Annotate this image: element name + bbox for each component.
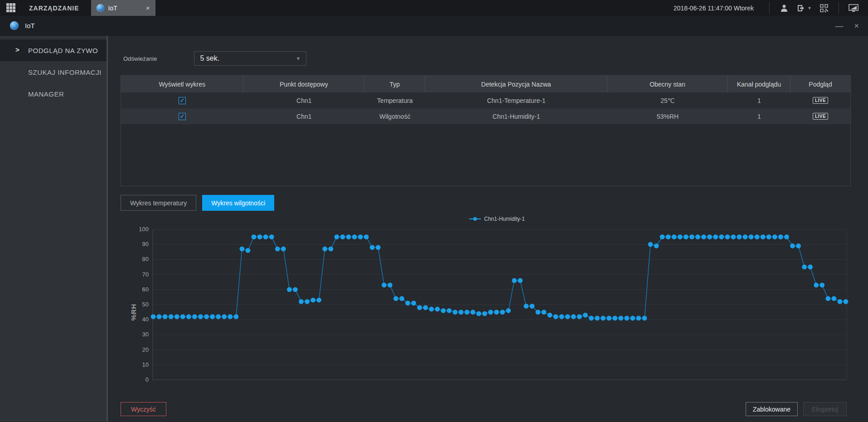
data-point bbox=[222, 314, 227, 319]
sidebar-item-2[interactable]: >MANAGER bbox=[0, 83, 107, 105]
live-badge[interactable]: LIVE bbox=[813, 97, 828, 104]
close-button[interactable]: × bbox=[854, 22, 859, 30]
data-point bbox=[713, 234, 718, 239]
topbar-right: 2018-06-26 11:47:00 Wtorek ▼ bbox=[674, 2, 868, 14]
data-point bbox=[299, 299, 304, 304]
table-row: ✓Chn1TemperaturaChn1-Temperature-125℃1LI… bbox=[121, 92, 850, 108]
svg-text:40: 40 bbox=[142, 316, 149, 323]
data-point bbox=[157, 314, 162, 319]
data-point bbox=[429, 307, 434, 312]
data-point bbox=[216, 314, 221, 319]
sidebar-item-0[interactable]: >PODGLĄD NA ZYWO bbox=[0, 39, 107, 61]
data-point bbox=[263, 234, 268, 239]
data-point bbox=[559, 314, 564, 319]
data-point bbox=[393, 296, 398, 301]
data-point bbox=[417, 305, 422, 310]
data-point bbox=[506, 308, 511, 313]
data-point bbox=[500, 310, 505, 315]
data-point bbox=[743, 234, 748, 239]
legend-line-dot-icon bbox=[469, 218, 481, 219]
data-point bbox=[630, 315, 635, 320]
data-point bbox=[328, 247, 333, 252]
data-point bbox=[701, 234, 706, 239]
minimize-button[interactable]: — bbox=[835, 22, 843, 30]
data-point bbox=[494, 310, 499, 315]
data-point bbox=[305, 299, 310, 304]
data-point bbox=[707, 234, 712, 239]
table-empty-area bbox=[121, 124, 850, 186]
svg-text:20: 20 bbox=[142, 346, 149, 353]
column-header: Obecny stan bbox=[607, 76, 727, 92]
chart-plot-area: 0102030405060708090100%RH bbox=[121, 223, 864, 392]
clear-button[interactable]: Wyczyść bbox=[121, 402, 166, 416]
svg-text:80: 80 bbox=[142, 256, 149, 262]
window-title-bar: IoT — × bbox=[0, 16, 868, 36]
column-header: Wyświetl wykres bbox=[121, 76, 243, 92]
main-content: Odświeżanie 5 sek. ▼ Wyświetl wykresPunk… bbox=[108, 36, 868, 422]
app-launcher-grid-icon[interactable] bbox=[6, 3, 16, 13]
data-point bbox=[565, 314, 570, 319]
data-point bbox=[725, 234, 730, 239]
chart-tab-1[interactable]: Wykres wilgotności bbox=[202, 195, 274, 211]
data-point bbox=[820, 282, 824, 287]
show-chart-checkbox[interactable]: ✓ bbox=[179, 113, 186, 120]
data-point bbox=[246, 248, 251, 253]
column-header: Typ bbox=[364, 76, 425, 92]
data-point bbox=[695, 234, 700, 239]
data-point bbox=[778, 234, 783, 239]
column-header: Punkt dostępowy bbox=[243, 76, 364, 92]
display-monitor-icon[interactable] bbox=[844, 2, 863, 14]
logout-icon[interactable]: ▼ bbox=[794, 2, 814, 14]
tab-close-icon[interactable]: × bbox=[146, 4, 150, 12]
data-point bbox=[612, 315, 617, 320]
data-point bbox=[749, 234, 754, 239]
show-chart-checkbox[interactable]: ✓ bbox=[179, 97, 186, 104]
table-header: Wyświetl wykresPunkt dostępowyTypDetekcj… bbox=[121, 76, 850, 92]
iot-app-icon bbox=[10, 21, 19, 30]
data-point bbox=[228, 314, 233, 319]
refresh-interval-dropdown[interactable]: 5 sek. ▼ bbox=[194, 51, 306, 66]
tab-iot-label: IoT bbox=[108, 5, 117, 12]
data-point bbox=[831, 296, 836, 301]
data-point bbox=[542, 310, 547, 315]
tab-management[interactable]: ZARZĄDZANIE bbox=[24, 0, 91, 16]
tab-iot[interactable]: IoT × bbox=[91, 0, 155, 16]
data-point bbox=[553, 314, 558, 319]
user-icon[interactable] bbox=[774, 2, 794, 14]
svg-text:60: 60 bbox=[142, 286, 149, 293]
cell-name: Chn1-Temperature-1 bbox=[425, 92, 607, 108]
chart-tab-0[interactable]: Wykres temperatury bbox=[121, 195, 196, 211]
data-point bbox=[796, 243, 801, 248]
data-point bbox=[772, 234, 777, 239]
data-point bbox=[169, 314, 174, 319]
data-point bbox=[198, 314, 203, 319]
data-point bbox=[423, 305, 428, 310]
cell-state: 53%RH bbox=[607, 108, 727, 124]
data-point bbox=[459, 310, 464, 315]
data-point bbox=[571, 314, 576, 319]
data-point bbox=[287, 287, 292, 292]
table-row: ✓Chn1WilgotnośćChn1-Humidity-153%RH1LIVE bbox=[121, 108, 850, 124]
data-point bbox=[618, 315, 623, 320]
live-badge[interactable]: LIVE bbox=[813, 113, 828, 120]
data-point bbox=[204, 314, 209, 319]
svg-text:100: 100 bbox=[139, 226, 149, 233]
data-point bbox=[825, 296, 830, 301]
sensor-table: Wyświetl wykresPunkt dostępowyTypDetekcj… bbox=[121, 75, 851, 186]
data-point bbox=[488, 310, 493, 315]
data-point bbox=[275, 247, 280, 252]
data-point bbox=[340, 234, 345, 239]
qr-code-icon[interactable] bbox=[814, 2, 834, 14]
sidebar-item-1[interactable]: >SZUKAJ INFORMACJI bbox=[0, 61, 107, 83]
data-point bbox=[399, 296, 404, 301]
data-point bbox=[601, 315, 606, 320]
data-point bbox=[808, 265, 813, 270]
svg-text:90: 90 bbox=[142, 241, 149, 247]
sidebar-item-label: PODGLĄD NA ZYWO bbox=[28, 47, 98, 54]
cell-access-point: Chn1 bbox=[243, 108, 364, 124]
data-point bbox=[636, 315, 641, 320]
data-point bbox=[719, 234, 724, 239]
locked-button[interactable]: Zablokowane bbox=[746, 402, 798, 416]
data-point bbox=[293, 287, 298, 292]
data-point bbox=[186, 314, 191, 319]
